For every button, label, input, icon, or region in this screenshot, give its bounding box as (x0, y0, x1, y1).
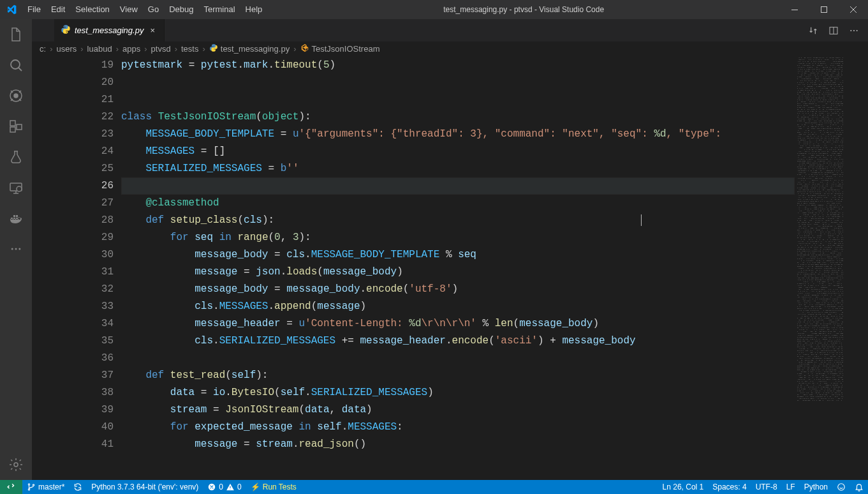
breadcrumb-item[interactable]: c: (40, 44, 46, 54)
activity-bar (0, 19, 32, 480)
breadcrumb-item[interactable]: luabud (87, 44, 112, 54)
cursor-position[interactable]: Ln 26, Col 1 (658, 480, 709, 494)
svg-rect-0 (791, 10, 798, 10)
tab-label: test_messaging.py (75, 26, 143, 35)
menu-go[interactable]: Go (143, 0, 164, 19)
warning-count: 0 (237, 483, 242, 491)
text-cursor (641, 214, 642, 226)
language-mode[interactable]: Python (800, 480, 832, 494)
window-controls (780, 0, 868, 19)
svg-point-17 (857, 29, 858, 31)
python-interpreter[interactable]: Python 3.7.3 64-bit ('env': venv) (87, 480, 203, 494)
docker-icon[interactable] (0, 203, 32, 234)
svg-point-9 (17, 186, 22, 191)
current-line-highlight (121, 177, 795, 195)
svg-point-12 (18, 248, 20, 250)
git-branch[interactable]: master* (22, 480, 69, 494)
remote-explorer-icon[interactable] (0, 172, 32, 203)
window-title: test_messaging.py - ptvsd - Visual Studi… (267, 5, 780, 14)
line-number-gutter: 1920212223242526272829303132333435363738… (32, 56, 121, 480)
svg-point-18 (28, 484, 29, 485)
menu-edit[interactable]: Edit (46, 0, 70, 19)
encoding[interactable]: UTF-8 (751, 480, 782, 494)
breadcrumb-item[interactable]: users (56, 44, 77, 54)
svg-point-10 (11, 248, 13, 250)
python-file-icon (61, 24, 71, 36)
menu-view[interactable]: View (115, 0, 143, 19)
svg-rect-1 (821, 7, 827, 13)
menu-debug[interactable]: Debug (164, 0, 198, 19)
split-editor-icon[interactable] (826, 23, 841, 38)
explorer-icon[interactable] (0, 19, 32, 50)
code-content[interactable]: pytestmark = pytest.mark.timeout(5) clas… (121, 56, 795, 453)
menu-help[interactable]: Help (240, 0, 268, 19)
svg-point-11 (15, 248, 17, 250)
menu-terminal[interactable]: Terminal (198, 0, 240, 19)
problems-indicator[interactable]: 0 0 (203, 480, 246, 494)
editor-tab[interactable]: test_messaging.py × (54, 19, 165, 41)
remote-indicator[interactable] (0, 480, 22, 494)
more-icon[interactable] (0, 234, 32, 264)
bolt-icon: ⚡ (251, 483, 260, 491)
run-tests-button[interactable]: ⚡ Run Tests (246, 480, 301, 494)
breadcrumb-item[interactable]: ptvsd (151, 44, 171, 54)
close-button[interactable] (839, 0, 868, 19)
minimap[interactable]: ▪ ▪ ▪▪ ▪ ▪ ▪ ▪▪ ▪▪▪ ▪ ▪ ▪ ▪ ▪ ▪▪ ▪▪▪ ▪▪▪… (795, 56, 868, 480)
svg-point-2 (11, 60, 20, 69)
main-menu: File Edit Selection View Go Debug Termin… (22, 0, 267, 19)
settings-icon[interactable] (0, 449, 32, 480)
editor-area: test_messaging.py × c:› users› luabud› a… (32, 19, 868, 480)
maximize-button[interactable] (809, 0, 839, 19)
menu-selection[interactable]: Selection (70, 0, 114, 19)
python-file-icon (209, 43, 218, 54)
svg-point-15 (850, 29, 851, 31)
editor-tabs: test_messaging.py × (32, 19, 868, 41)
tab-close-icon[interactable]: × (147, 26, 158, 35)
testing-icon[interactable] (0, 142, 32, 172)
titlebar: File Edit Selection View Go Debug Termin… (0, 0, 868, 19)
notifications-icon[interactable] (850, 480, 868, 494)
menu-file[interactable]: File (22, 0, 46, 19)
breadcrumb-item[interactable]: TestJsonIOStream (312, 44, 380, 54)
compare-changes-icon[interactable] (805, 23, 821, 38)
extensions-icon[interactable] (0, 111, 32, 142)
svg-point-16 (853, 29, 855, 31)
svg-rect-6 (10, 127, 15, 132)
breadcrumb-item[interactable]: test_messaging.py (221, 44, 290, 54)
vscode-logo-icon (0, 4, 22, 15)
sync-button[interactable] (69, 480, 87, 494)
svg-point-4 (14, 94, 18, 98)
eol[interactable]: LF (782, 480, 800, 494)
run-tests-label: Run Tests (263, 483, 297, 491)
more-actions-icon[interactable] (846, 23, 862, 38)
breadcrumb-item[interactable]: apps (122, 44, 140, 54)
breadcrumb-item[interactable]: tests (181, 44, 198, 54)
indentation[interactable]: Spaces: 4 (708, 480, 751, 494)
feedback-icon[interactable] (832, 480, 850, 494)
status-bar: master* Python 3.7.3 64-bit ('env': venv… (0, 480, 868, 494)
minimize-button[interactable] (780, 0, 809, 19)
branch-name: master* (38, 483, 64, 491)
error-count: 0 (219, 483, 223, 491)
svg-point-22 (838, 484, 845, 491)
svg-rect-7 (17, 124, 22, 130)
svg-point-13 (14, 463, 18, 467)
code-editor[interactable]: 1920212223242526272829303132333435363738… (32, 56, 868, 480)
breadcrumbs[interactable]: c:› users› luabud› apps› ptvsd› tests› t… (32, 41, 868, 56)
class-symbol-icon (300, 43, 309, 54)
svg-rect-5 (10, 121, 15, 126)
svg-point-19 (28, 489, 29, 490)
search-icon[interactable] (0, 50, 32, 80)
debug-icon[interactable] (0, 80, 32, 111)
svg-point-20 (33, 484, 34, 486)
